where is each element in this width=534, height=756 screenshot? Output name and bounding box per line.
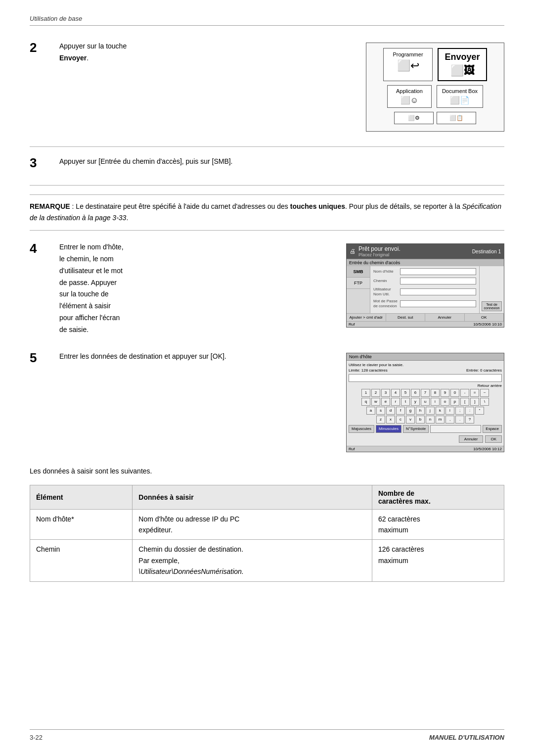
footer-page: 3-22: [30, 734, 43, 741]
kbd-key: ": [475, 407, 484, 415]
kbd-key: 2: [371, 389, 380, 397]
kbd-key: ;: [455, 407, 464, 415]
table-cell-data-1: Nom d'hôte ou adresse IP du PCexpéditeur…: [133, 509, 372, 540]
data-table: Élément Données à saisir Nombre decaract…: [30, 485, 504, 582]
field-password: Mot de Passede connexion: [373, 299, 476, 308]
kbd-key: j: [426, 407, 435, 415]
kbd-key: a: [366, 407, 375, 415]
kbd-key: 0: [450, 389, 459, 397]
kbd-key: 6: [411, 389, 420, 397]
ftp-btn: FTP: [347, 278, 370, 289]
kbd-header: Nom d'hôte: [347, 353, 504, 361]
device-sub-btn2: ⬜📋: [437, 112, 476, 124]
kbd-key: .: [455, 416, 464, 424]
programmer-label: Programmer: [393, 51, 423, 57]
divider-2: [30, 185, 504, 186]
kbd-key: h: [416, 407, 425, 415]
kbd-key: p: [450, 398, 459, 406]
bottom-btn-add: Ajouter > crnt d'adr: [347, 314, 386, 321]
following-text: Les données à saisir sont les suivantes.: [30, 467, 504, 475]
device-sub-btn1: ⬜⚙: [394, 112, 434, 124]
bottom-btn-ok: OK: [465, 314, 504, 321]
kbd-inner: Utilisez le clavier pour la saisie. Limi…: [347, 361, 504, 446]
step-4-content: Entrer le nom d'hôte,le chemin, le nomd'…: [59, 241, 504, 335]
screen-header-4: 🖨 Prêt pour envoi. Placez l'original Des…: [347, 244, 504, 259]
kbd-key: \: [480, 398, 489, 406]
step-2-desc: Appuyer sur la touche Envoyer.: [59, 41, 351, 64]
remark-text: : Le destinataire peut être spécifié à l…: [70, 202, 290, 210]
field-password-input: [400, 300, 476, 307]
table-cell-max-1: 62 caractèresmaximum: [372, 509, 504, 540]
divider-1: [30, 146, 504, 147]
screen-footer-right-4: 10/5/2006 10:10: [473, 322, 502, 327]
step-3-content: Appuyer sur [Entrée du chemin d'accès], …: [59, 156, 504, 167]
kbd-key: -: [460, 389, 469, 397]
kbd-back-text: Retour arrière: [478, 383, 502, 388]
kbd-key: l: [445, 407, 454, 415]
table-row: Chemin Chemin du dossier de destination.…: [30, 540, 504, 581]
kbd-key: ]: [470, 398, 479, 406]
footer-manual: MANUEL D'UTILISATION: [429, 734, 504, 741]
kbd-footer-left: Ruf: [349, 447, 355, 451]
kbd-key: r: [391, 398, 400, 406]
bottom-btn-dest: Dest. sut: [386, 314, 426, 321]
field-chemin-input: [400, 278, 476, 284]
kbd-key: d: [386, 407, 395, 415]
keyboard-mockup: Nom d'hôte Utilisez le clavier pour la s…: [346, 353, 504, 452]
remark-title: REMARQUE: [30, 202, 70, 210]
remark-text2: . Pour plus de détails, se reporter à la: [345, 202, 462, 210]
table-head: Élément Données à saisir Nombre decaract…: [30, 485, 504, 509]
screen-mockup-4: 🖨 Prêt pour envoi. Placez l'original Des…: [346, 243, 504, 327]
footer: 3-22 MANUEL D'UTILISATION: [30, 729, 504, 741]
kbd-key: o: [441, 398, 449, 406]
screen-icon-4: 🖨: [350, 248, 356, 255]
kbd-entry: Entrée: 0 caractères: [466, 368, 502, 373]
kbd-func-row: Majuscules Minuscules N°Symbole Espace: [349, 425, 502, 433]
step-2-text-before: Appuyer sur la touche: [59, 42, 127, 50]
kbd-key: :: [465, 407, 474, 415]
table-header-row: Élément Données à saisir Nombre decaract…: [30, 485, 504, 509]
remark-block: REMARQUE : Le destinataire peut être spé…: [30, 194, 504, 231]
kbd-key: m: [436, 416, 445, 424]
step-2-text-bold: Envoyer: [59, 54, 87, 62]
step-4: 4 Entrer le nom d'hôte,le chemin, le nom…: [30, 241, 504, 335]
kbd-row-1: 1 2 3 4 5 6 7 8 9 0 - = ~: [349, 389, 502, 397]
kbd-key: i: [431, 398, 440, 406]
kbd-top-info: Limite: 128 caractères Entrée: 0 caractè…: [349, 368, 502, 373]
application-button: Application ⬜☺: [387, 85, 432, 108]
screen-fields-inner-4: Nom d'hôte Chemin UtilisateurNom Util.: [370, 266, 479, 313]
docbox-label: Document Box: [442, 88, 478, 94]
screen-title-4: Prêt pour envoi.: [358, 245, 400, 252]
kbd-key: y: [411, 398, 420, 406]
step-2-row: Appuyer sur la touche Envoyer. Programme…: [59, 41, 504, 132]
field-password-label: Mot de Passede connexion: [373, 299, 398, 308]
field-user-input: [400, 288, 476, 295]
device-middle-row: Application ⬜☺ Document Box ⬜📄: [371, 85, 499, 108]
docbox-button: Document Box ⬜📄: [437, 85, 483, 108]
kbd-key: 4: [391, 389, 400, 397]
kbd-key: k: [436, 407, 445, 415]
kbd-input-area: [349, 374, 502, 382]
step-3-text: Appuyer sur [Entrée du chemin d'accès], …: [59, 156, 504, 167]
screen-fields-4: Nom d'hôte Chemin UtilisateurNom Util.: [370, 266, 479, 313]
col-header-data: Données à saisir: [133, 485, 372, 509]
kbd-annuler-btn: Annuler: [459, 435, 484, 443]
remark-bold: touches uniques: [290, 202, 345, 210]
kbd-key: [: [460, 398, 469, 406]
step-4-number: 4: [30, 241, 44, 256]
step-5-row: Entrer les données de destination et app…: [59, 351, 504, 452]
header: Utilisation de base: [30, 15, 504, 26]
field-hostname: Nom d'hôte: [373, 268, 476, 275]
field-chemin: Chemin: [373, 278, 476, 284]
kbd-key: q: [361, 398, 370, 406]
remark-text3: .: [126, 214, 128, 222]
docbox-icon: ⬜📄: [450, 95, 470, 105]
kbd-ok-btn: OK: [485, 435, 502, 443]
kbd-space-bar: [430, 425, 481, 433]
screen-dest-4: Destination 1: [472, 249, 501, 254]
step-5-content: Entrer les données de destination et app…: [59, 351, 504, 452]
kbd-key: n: [426, 416, 435, 424]
kbd-footer-right: 10/5/2006 10:12: [473, 447, 502, 451]
kbd-espace-label: Espace: [483, 425, 502, 433]
device-illustration: Programmer ⬜↩ Envoyer ⬜🖼 Application ⬜☺: [366, 43, 504, 132]
